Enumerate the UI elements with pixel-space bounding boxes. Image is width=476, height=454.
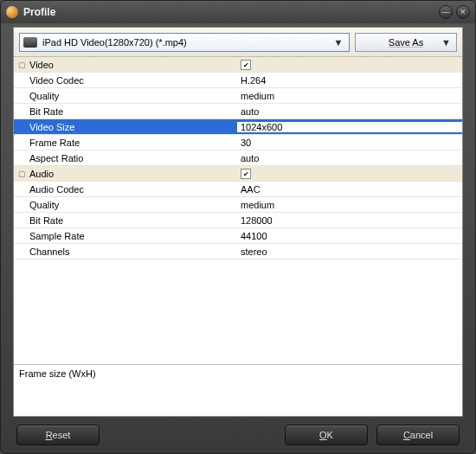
- cancel-button[interactable]: Cancel: [376, 425, 460, 445]
- ok-label: OK: [319, 430, 333, 440]
- prop-label: Audio Codec: [29, 184, 237, 195]
- reset-label: Reset: [46, 430, 71, 440]
- prop-label: Quality: [29, 200, 237, 210]
- prop-label: Frame Rate: [29, 137, 237, 148]
- minimize-button[interactable]: —: [439, 5, 453, 19]
- group-audio-value: ✔: [237, 168, 462, 180]
- description-text: Frame size (WxH): [19, 368, 96, 379]
- prop-label: Aspect Ratio: [29, 153, 237, 163]
- prop-video-quality[interactable]: Quality medium: [14, 88, 462, 104]
- prop-audio-bitrate[interactable]: Bit Rate 128000: [14, 213, 462, 228]
- prop-value[interactable]: auto: [237, 153, 462, 163]
- prop-video-size[interactable]: Video Size 1024x600: [14, 119, 462, 135]
- prop-label: Quality: [29, 91, 237, 101]
- prop-value[interactable]: 128000: [237, 215, 462, 226]
- prop-video-aspect[interactable]: Aspect Ratio auto: [14, 150, 462, 166]
- group-video-value: ✔: [237, 59, 462, 71]
- prop-value[interactable]: 30: [237, 137, 462, 148]
- group-video-label: Video: [29, 60, 237, 70]
- prop-value[interactable]: H.264: [237, 75, 462, 86]
- prop-value[interactable]: AAC: [237, 184, 462, 195]
- video-checkbox[interactable]: ✔: [241, 60, 251, 70]
- prop-audio-quality[interactable]: Quality medium: [14, 197, 462, 213]
- prop-value[interactable]: auto: [237, 106, 462, 117]
- prop-value[interactable]: medium: [237, 200, 462, 210]
- audio-checkbox[interactable]: ✔: [241, 169, 251, 179]
- prop-label: Video Codec: [29, 75, 237, 86]
- profile-dropdown-text: iPad HD Video(1280x720) (*.mp4): [42, 37, 331, 48]
- close-button[interactable]: ✕: [456, 5, 470, 19]
- chevron-down-icon: ▼: [441, 37, 451, 48]
- window-title: Profile: [23, 6, 435, 18]
- prop-label: Video Size: [29, 122, 237, 132]
- profile-dialog: Profile — ✕ iPad HD Video(1280x720) (*.m…: [0, 0, 476, 454]
- cancel-label: Cancel: [403, 430, 433, 440]
- property-grid[interactable]: ▢ Video ✔ Video Codec H.264 Quality medi…: [14, 57, 462, 364]
- description-panel: Frame size (WxH): [14, 364, 462, 416]
- group-audio[interactable]: ▢ Audio ✔: [14, 166, 462, 182]
- prop-label: Bit Rate: [29, 215, 237, 226]
- group-audio-label: Audio: [29, 169, 237, 179]
- prop-audio-channels[interactable]: Channels stereo: [14, 244, 462, 259]
- prop-value[interactable]: 44100: [237, 231, 462, 241]
- device-icon: [23, 37, 37, 48]
- prop-label: Channels: [29, 246, 237, 257]
- save-as-label: Save As: [389, 37, 423, 48]
- reset-button[interactable]: Reset: [16, 425, 100, 445]
- prop-value[interactable]: stereo: [237, 246, 462, 257]
- prop-value[interactable]: 1024x600: [237, 122, 462, 132]
- prop-audio-samplerate[interactable]: Sample Rate 44100: [14, 228, 462, 244]
- button-bar: Reset OK Cancel: [1, 417, 475, 453]
- prop-audio-codec[interactable]: Audio Codec AAC: [14, 182, 462, 197]
- group-video[interactable]: ▢ Video ✔: [14, 57, 462, 73]
- prop-video-bitrate[interactable]: Bit Rate auto: [14, 104, 462, 119]
- ok-button[interactable]: OK: [285, 425, 368, 445]
- client-area: iPad HD Video(1280x720) (*.mp4) ▼ Save A…: [13, 27, 463, 417]
- collapse-icon[interactable]: ▢: [14, 169, 29, 178]
- collapse-icon[interactable]: ▢: [14, 61, 29, 69]
- prop-label: Sample Rate: [29, 231, 237, 241]
- prop-value[interactable]: medium: [237, 91, 462, 101]
- chevron-down-icon: ▼: [331, 37, 345, 48]
- prop-video-codec[interactable]: Video Codec H.264: [14, 73, 462, 88]
- profile-dropdown[interactable]: iPad HD Video(1280x720) (*.mp4) ▼: [19, 33, 350, 52]
- save-as-button[interactable]: Save As ▼: [355, 33, 457, 52]
- app-icon: [6, 6, 18, 18]
- prop-label: Bit Rate: [29, 106, 237, 117]
- titlebar: Profile — ✕: [1, 1, 475, 23]
- prop-video-framerate[interactable]: Frame Rate 30: [14, 135, 462, 150]
- toolbar: iPad HD Video(1280x720) (*.mp4) ▼ Save A…: [14, 28, 462, 57]
